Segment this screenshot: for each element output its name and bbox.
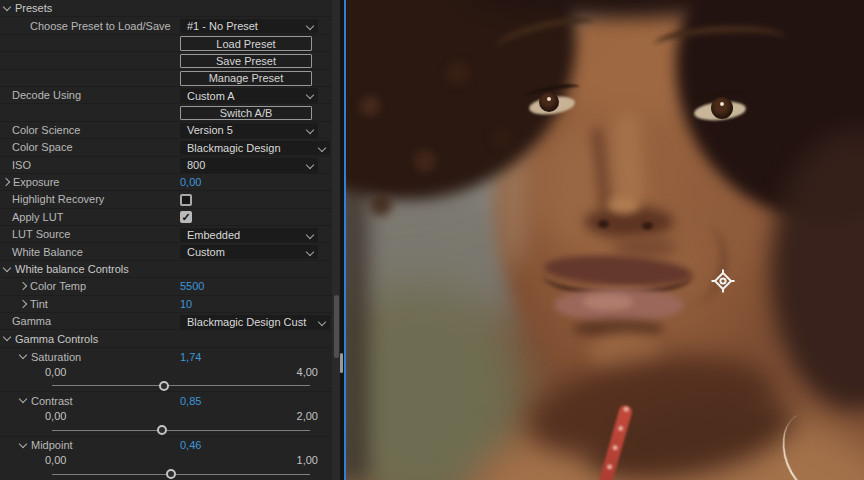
- row-midpoint: Midpoint 0,46: [0, 437, 332, 454]
- row-decode-using: Decode Using Custom A: [0, 87, 332, 104]
- iso-value: 800: [187, 159, 205, 171]
- iso-dropdown[interactable]: 800: [180, 158, 318, 173]
- color-temp-label: Color Temp: [30, 280, 86, 292]
- panel-scrollbar-thumb[interactable]: [334, 295, 339, 358]
- midpoint-slider-track[interactable]: [52, 474, 310, 475]
- highlight-recovery-checkbox[interactable]: [180, 194, 192, 206]
- midpoint-range-labels: 0,00 1,00: [0, 454, 332, 467]
- load-preset-button[interactable]: Load Preset: [180, 36, 312, 51]
- preset-dropdown-value: #1 - No Preset: [187, 20, 258, 32]
- row-lut-source: LUT Source Embedded: [0, 226, 332, 243]
- saturation-label: Saturation: [31, 351, 81, 363]
- row-save-preset: Save Preset: [0, 52, 332, 69]
- twirl-down-icon[interactable]: [3, 2, 11, 10]
- gamma-dropdown[interactable]: Blackmagic Design Cust: [180, 315, 330, 330]
- white-balance-label: White Balance: [12, 246, 83, 258]
- lut-source-value: Embedded: [187, 229, 240, 241]
- decode-using-dropdown[interactable]: Custom A: [180, 88, 318, 103]
- white-balance-dropdown[interactable]: Custom: [180, 245, 318, 260]
- row-tint: Tint 10: [0, 296, 332, 313]
- photo-nostril-right: [642, 222, 653, 230]
- twirl-down-icon[interactable]: [19, 351, 27, 359]
- midpoint-slider-thumb[interactable]: [166, 469, 176, 479]
- iso-label: ISO: [12, 159, 31, 171]
- manage-preset-label: Manage Preset: [209, 72, 284, 84]
- chevron-down-icon: [306, 22, 314, 30]
- chevron-down-icon: [306, 161, 314, 169]
- saturation-range-labels: 0,00 4,00: [0, 365, 332, 378]
- lut-source-dropdown[interactable]: Embedded: [180, 228, 318, 243]
- contrast-slider[interactable]: [0, 423, 332, 437]
- row-choose-preset: Choose Preset to Load/Save #1 - No Prese…: [0, 17, 332, 34]
- saturation-max-label: 4,00: [297, 366, 318, 378]
- row-manage-preset: Manage Preset: [0, 70, 332, 87]
- panel-scrollbar-track[interactable]: [332, 0, 340, 480]
- twirl-down-icon[interactable]: [3, 263, 11, 271]
- contrast-slider-track[interactable]: [52, 430, 310, 431]
- contrast-value[interactable]: 0,85: [180, 392, 201, 409]
- twirl-right-icon[interactable]: [19, 282, 27, 290]
- twirl-right-icon[interactable]: [19, 300, 27, 308]
- save-preset-button[interactable]: Save Preset: [180, 54, 312, 69]
- color-science-label: Color Science: [12, 124, 80, 136]
- section-gamma-controls-label: Gamma Controls: [15, 333, 98, 345]
- row-contrast: Contrast 0,85: [0, 392, 332, 409]
- row-color-space: Color Space Blackmagic Design: [0, 139, 332, 156]
- exposure-value[interactable]: 0,00: [180, 174, 201, 190]
- contrast-max-label: 2,00: [297, 410, 318, 422]
- apply-lut-checkbox[interactable]: [180, 211, 192, 223]
- row-highlight-recovery: Highlight Recovery: [0, 191, 332, 208]
- switch-ab-label: Switch A/B: [220, 107, 273, 119]
- row-apply-lut: Apply LUT: [0, 209, 332, 226]
- saturation-slider-thumb[interactable]: [159, 381, 169, 391]
- choose-preset-label: Choose Preset to Load/Save: [30, 20, 171, 32]
- midpoint-label: Midpoint: [31, 439, 73, 451]
- row-color-science: Color Science Version 5: [0, 122, 332, 139]
- row-wb-controls-header: White balance Controls: [0, 261, 332, 278]
- exposure-label: Exposure: [13, 176, 59, 188]
- color-science-dropdown[interactable]: Version 5: [180, 123, 318, 138]
- app-window: Presets Choose Preset to Load/Save #1 - …: [0, 0, 864, 480]
- twirl-down-icon[interactable]: [19, 440, 27, 448]
- twirl-right-icon[interactable]: [2, 178, 10, 186]
- row-switch-ab: Switch A/B: [0, 104, 332, 121]
- saturation-value[interactable]: 1,74: [180, 348, 201, 365]
- white-balance-picker-icon[interactable]: [711, 269, 735, 293]
- row-load-preset: Load Preset: [0, 35, 332, 52]
- midpoint-slider[interactable]: [0, 467, 332, 480]
- midpoint-value[interactable]: 0,46: [180, 437, 201, 454]
- chevron-down-icon: [306, 248, 314, 256]
- color-space-dropdown[interactable]: Blackmagic Design: [180, 141, 330, 156]
- saturation-slider-track[interactable]: [52, 385, 310, 386]
- color-temp-value[interactable]: 5500: [180, 278, 204, 294]
- white-balance-value: Custom: [187, 246, 225, 258]
- chevron-down-icon: [306, 126, 314, 134]
- contrast-min-label: 0,00: [45, 410, 66, 422]
- row-white-balance: White Balance Custom: [0, 243, 332, 260]
- decode-using-value: Custom A: [187, 90, 235, 102]
- twirl-down-icon[interactable]: [19, 395, 27, 403]
- apply-lut-label: Apply LUT: [12, 211, 63, 223]
- load-preset-label: Load Preset: [216, 38, 275, 50]
- gamma-value: Blackmagic Design Cust: [187, 316, 306, 328]
- composition-viewer[interactable]: [346, 0, 864, 480]
- photo-nostril-left: [598, 220, 609, 228]
- saturation-slider[interactable]: [0, 378, 332, 392]
- manage-preset-button[interactable]: Manage Preset: [180, 71, 312, 86]
- preset-dropdown[interactable]: #1 - No Preset: [180, 19, 318, 34]
- switch-ab-button[interactable]: Switch A/B: [180, 106, 312, 121]
- row-saturation: Saturation 1,74: [0, 348, 332, 365]
- contrast-slider-thumb[interactable]: [157, 425, 167, 435]
- section-presets-label: Presets: [15, 2, 52, 14]
- color-space-label: Color Space: [12, 141, 73, 153]
- tint-value[interactable]: 10: [180, 296, 192, 312]
- row-color-temp: Color Temp 5500: [0, 278, 332, 295]
- lut-source-label: LUT Source: [12, 228, 71, 240]
- row-gamma: Gamma Blackmagic Design Cust: [0, 313, 332, 330]
- color-space-value: Blackmagic Design: [187, 142, 281, 154]
- twirl-down-icon[interactable]: [3, 333, 11, 341]
- panel-splitter-grip[interactable]: [340, 353, 343, 373]
- row-exposure: Exposure 0,00: [0, 174, 332, 191]
- save-preset-label: Save Preset: [216, 55, 276, 67]
- color-science-value: Version 5: [187, 124, 233, 136]
